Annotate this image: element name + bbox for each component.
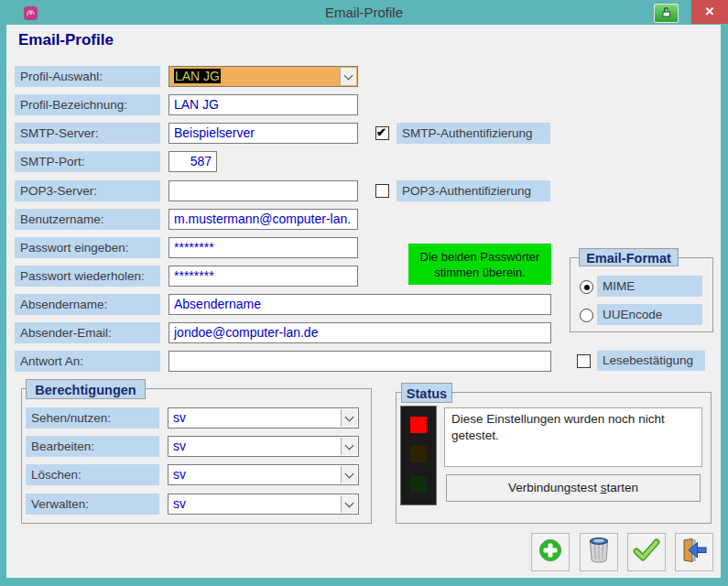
uuencode-radio[interactable]: [580, 309, 593, 322]
check-icon: [633, 538, 660, 566]
close-x-icon: ✕: [705, 5, 715, 18]
berechtigungen-title: Berechtigungen: [26, 379, 146, 399]
profil-bezeichnung-input[interactable]: LAN JG: [168, 94, 358, 115]
status-message: Diese Einstellungen wurden noch nicht ge…: [444, 407, 702, 467]
add-profile-button[interactable]: [531, 533, 570, 571]
smtp-port-input[interactable]: 587: [168, 151, 217, 172]
password-match-line1: Die beiden Passwörter: [408, 249, 551, 265]
lesebestaetigung-label: Lesebestätigung: [597, 351, 705, 371]
chevron-down-icon: [345, 412, 354, 421]
loeschen-value: sv: [169, 466, 341, 483]
status-title: Status: [401, 383, 452, 403]
absendername-input[interactable]: Absendername: [168, 294, 551, 315]
profil-auswahl-label: Profil-Auswahl:: [15, 66, 160, 87]
pop3-auth-checkbox[interactable]: [375, 184, 389, 198]
traffic-light: [400, 406, 437, 505]
passwort-wiederholen-label: Passwort wiederholen:: [15, 266, 160, 287]
sehen-nutzen-dropdown-button[interactable]: [341, 409, 357, 427]
benutzername-input[interactable]: m.mustermann@computer-lan.: [168, 209, 358, 230]
email-profile-window: Email-Profile ✕ Email-Profile Profil-Aus…: [0, 0, 728, 586]
padlock-icon: [660, 5, 672, 22]
sehen-nutzen-label: Sehen/nutzen:: [26, 407, 159, 429]
connection-test-button[interactable]: Verbindungstest starten: [446, 474, 701, 502]
chevron-down-icon: [345, 498, 354, 507]
verwalten-label: Verwalten:: [26, 494, 159, 515]
plus-icon: [538, 537, 563, 567]
antwort-an-input[interactable]: [168, 351, 551, 372]
titlebar-green-button[interactable]: [654, 4, 679, 23]
mime-label: MIME: [597, 276, 702, 297]
email-format-title: Email-Format: [579, 248, 679, 266]
passwort-eingeben-label: Passwort eingeben:: [15, 237, 160, 258]
profil-bezeichnung-label: Profil-Bezeichnung:: [15, 94, 160, 115]
bearbeiten-dropdown[interactable]: sv: [168, 436, 359, 457]
delete-profile-button[interactable]: [580, 533, 618, 571]
sehen-nutzen-value: sv: [169, 409, 341, 427]
smtp-auth-label: SMTP-Authentifizierung: [397, 123, 550, 144]
loeschen-label: Löschen:: [26, 464, 159, 485]
close-button[interactable]: ✕: [691, 0, 728, 24]
verwalten-value: sv: [169, 495, 341, 513]
chevron-down-icon: [344, 71, 353, 80]
passwort-wiederholen-input[interactable]: ********: [168, 266, 358, 287]
absendername-label: Absendername:: [15, 294, 160, 315]
bearbeiten-label: Bearbeiten:: [26, 436, 159, 457]
loeschen-dropdown[interactable]: sv: [168, 464, 359, 485]
password-match-line2: stimmen überein.: [408, 265, 551, 280]
exit-door-icon: [680, 537, 708, 567]
pop3-server-input[interactable]: [168, 180, 358, 201]
pop3-auth-label: POP3-Authentifizierung: [397, 180, 550, 201]
smtp-server-label: SMTP-Server:: [15, 123, 160, 144]
uuencode-label: UUEncode: [597, 304, 702, 325]
profil-auswahl-dropdown[interactable]: LAN JG: [168, 66, 358, 87]
traffic-red-light: [410, 417, 427, 433]
trash-icon: [588, 537, 610, 568]
profil-auswahl-dropdown-button[interactable]: [340, 68, 356, 85]
loeschen-dropdown-button[interactable]: [341, 466, 357, 483]
bearbeiten-dropdown-button[interactable]: [341, 438, 357, 455]
bearbeiten-value: sv: [169, 438, 341, 455]
traffic-green-light: [410, 476, 427, 493]
mime-radio[interactable]: [580, 280, 593, 294]
benutzername-label: Benutzername:: [15, 209, 160, 230]
exit-button[interactable]: [675, 533, 713, 571]
titlebar: Email-Profile ✕: [0, 0, 728, 25]
page-title: Email-Profile: [18, 31, 114, 49]
absender-email-input[interactable]: jondoe@computer-lan.de: [168, 322, 551, 343]
verwalten-dropdown[interactable]: sv: [168, 494, 359, 515]
confirm-button[interactable]: [627, 533, 666, 571]
absender-email-label: Absender-Email:: [15, 322, 160, 343]
traffic-amber-light: [410, 446, 427, 462]
smtp-port-label: SMTP-Port:: [15, 151, 160, 172]
verwalten-dropdown-button[interactable]: [341, 495, 357, 513]
chevron-down-icon: [345, 440, 354, 450]
chevron-down-icon: [345, 469, 354, 478]
lesebestaetigung-checkbox[interactable]: [577, 354, 591, 368]
pop3-server-label: POP3-Server:: [15, 180, 160, 201]
profil-auswahl-value: LAN JG: [170, 68, 340, 85]
password-match-message: Die beiden Passwörter stimmen überein.: [408, 244, 551, 285]
sehen-nutzen-dropdown[interactable]: sv: [168, 407, 359, 429]
antwort-an-label: Antwort An:: [15, 351, 160, 372]
smtp-auth-checkbox[interactable]: [375, 126, 389, 140]
window-title: Email-Profile: [0, 0, 728, 25]
smtp-server-input[interactable]: Beispielserver: [168, 123, 358, 144]
passwort-eingeben-input[interactable]: ********: [168, 237, 358, 258]
